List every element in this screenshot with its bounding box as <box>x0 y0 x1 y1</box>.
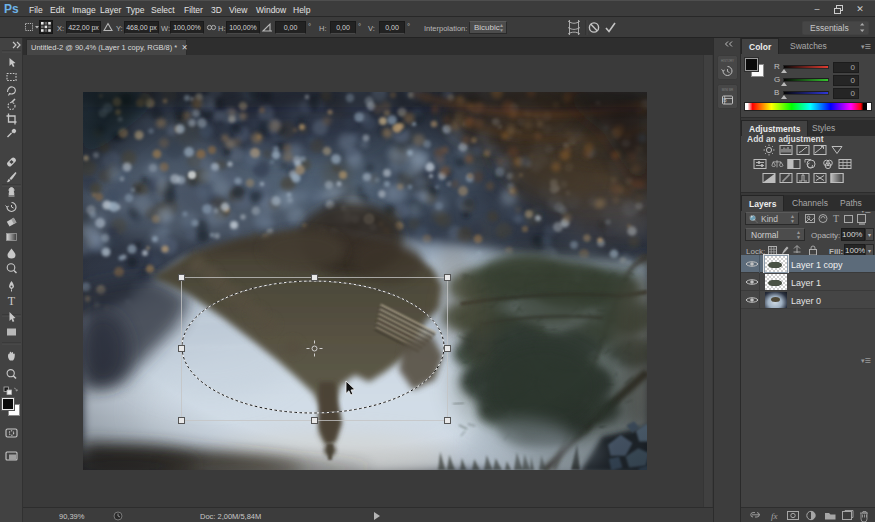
svg-text:T: T <box>833 213 839 224</box>
svg-text:HISTORY: HISTORY <box>721 59 734 63</box>
svg-text:MINI BR: MINI BR <box>722 88 734 92</box>
svg-text:Essentials: Essentials <box>810 23 849 33</box>
svg-text:T: T <box>8 294 16 308</box>
svg-text:fx: fx <box>771 511 778 521</box>
